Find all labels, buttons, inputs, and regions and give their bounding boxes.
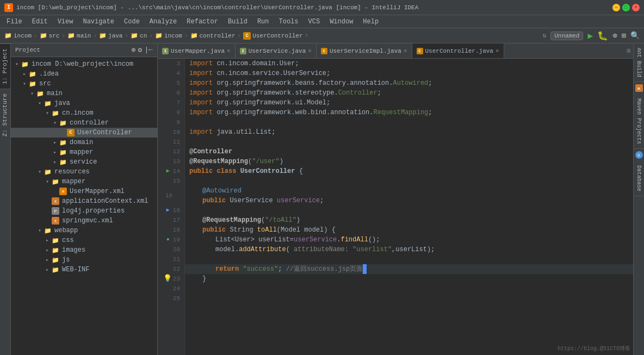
xml-icon-springmvc: X [51, 216, 60, 225]
tree-item-webapp[interactable]: ▾ 📁 webapp [11, 226, 157, 235]
tree-item-incom[interactable]: ▾ 📁 incom D:\web_project\incom [11, 59, 157, 69]
tab-close-userservice[interactable]: × [308, 48, 312, 54]
gutter-line-15: 15 [158, 176, 184, 186]
minimize-button[interactable]: − [612, 4, 620, 11]
tab-userservice[interactable]: I UserService.java × [236, 43, 317, 58]
folder-icon-main: 📁 [36, 89, 45, 98]
menu-item-help[interactable]: Help [358, 17, 383, 27]
menu-item-build[interactable]: Build [224, 17, 252, 27]
right-tab-database[interactable]: Database [634, 161, 643, 196]
tree-item-usercontroller[interactable]: C UserController [11, 128, 157, 138]
tree-item-mapper[interactable]: ▸ 📁 mapper [11, 147, 157, 157]
sync-button[interactable]: ⊕ [132, 46, 136, 54]
tab-list-button[interactable]: ≡ [627, 47, 631, 55]
bc-item-incom2[interactable]: 📁 incom [155, 32, 182, 39]
code-content[interactable]: import cn.incom.domain.User; import cn.i… [185, 59, 633, 355]
search-button[interactable]: 🔍 [630, 31, 640, 40]
bc-item-java[interactable]: 📁 java [99, 32, 122, 39]
tab-usermapper[interactable]: I UserMapper.java × [158, 43, 236, 58]
tree-item-images[interactable]: ▸ 📁 images [11, 245, 157, 255]
bc-item-cn[interactable]: 📁 cn [131, 32, 147, 39]
menu-item-tools[interactable]: Tools [275, 17, 303, 27]
code-lines: import cn.incom.domain.User; import cn.i… [185, 59, 633, 294]
gutter-line-16-field: ▶ 16 [158, 205, 184, 215]
tree-item-src[interactable]: ▾ 📁 src [11, 79, 157, 89]
tree-arrow-java: ▾ [36, 100, 44, 107]
tree-item-usermapper-xml[interactable]: M UserMapper.xml [11, 186, 157, 196]
bc-item-controller[interactable]: 📁 controller [190, 32, 236, 39]
maven-icon[interactable]: m [635, 84, 643, 92]
code-line-19: public String toAll(Model model) { [185, 225, 633, 235]
menu-item-navigate[interactable]: Navigate [78, 17, 119, 27]
tree-item-log4j[interactable]: P log4j.properties [11, 206, 157, 216]
right-tab-ant-build[interactable]: Ant Build [634, 43, 643, 82]
tree-item-domain[interactable]: ▸ 📁 domain [11, 138, 157, 147]
bc-item-src[interactable]: 📁 src [40, 32, 60, 39]
sidebar-tab-project[interactable]: 1: Project [0, 43, 10, 89]
tree-item-java[interactable]: ▾ 📁 java [11, 98, 157, 108]
tree-item-js[interactable]: ▸ 📁 js [11, 255, 157, 265]
code-line-12: @Controller [185, 147, 633, 157]
menu-item-window[interactable]: Window [325, 17, 357, 27]
more-button[interactable]: ⊞ [622, 31, 626, 40]
tree-label-cn-incom: cn.incom [62, 109, 94, 117]
tree-item-mapper-res[interactable]: ▾ 📁 mapper [11, 177, 157, 186]
tree-arrow-domain: ▸ [51, 139, 59, 146]
tree-item-service[interactable]: ▸ 📁 service [11, 157, 157, 167]
tab-close-usercontroller[interactable]: × [496, 48, 499, 54]
tree-arrow-controller: ▾ [51, 120, 59, 126]
tree-label-log4j: log4j.properties [62, 207, 125, 215]
tree-label-resources: resources [54, 168, 90, 176]
menu-item-analyze[interactable]: Analyze [145, 17, 181, 27]
tree-item-resources[interactable]: ▾ 📁 resources [11, 167, 157, 177]
folder-icon-images: 📁 [51, 246, 60, 254]
tree-item-webinf[interactable]: ▸ 📁 WEB-INF [11, 265, 157, 275]
tree-item-idea[interactable]: ▸ 📁 .idea [11, 69, 157, 79]
tab-label-userservice: UserService.java [249, 48, 306, 54]
tree-label-webinf: WEB-INF [62, 266, 89, 273]
settings-button[interactable]: ⚙ [138, 46, 143, 54]
tree-item-appcontext[interactable]: X applicationContext.xml [11, 196, 157, 206]
bc-item-usercontroller[interactable]: C UserController [243, 32, 302, 40]
maximize-button[interactable]: □ [622, 4, 630, 11]
bc-item-incom[interactable]: 📁 incom [4, 32, 32, 39]
tab-close-usermapper[interactable]: × [227, 48, 231, 54]
tab-userserviceimpl[interactable]: C UserServiceImpl.java × [317, 43, 412, 58]
coverage-button[interactable]: ⊗ [612, 31, 617, 40]
code-line-5: import org.springframework.beans.factory… [185, 78, 633, 88]
tab-usercontroller[interactable]: C UserController.java × [412, 43, 504, 58]
tree-label-domain: domain [70, 139, 93, 146]
database-icon[interactable]: D [635, 151, 643, 159]
bc-item-main[interactable]: 📁 main [67, 32, 91, 39]
hint-icon-23: 💡 [163, 274, 172, 284]
menu-item-run[interactable]: Run [253, 17, 274, 27]
vcs-icon[interactable]: ⇅ [542, 32, 546, 40]
run-button[interactable]: ▶ [587, 30, 593, 41]
menu-item-file[interactable]: File [2, 17, 27, 27]
tab-label-usermapper: UserMapper.java [171, 48, 225, 54]
menu-item-view[interactable]: View [53, 17, 78, 27]
close-button[interactable]: × [632, 4, 640, 11]
menu-bar: FileEditViewNavigateCodeAnalyzeRefactorB… [0, 15, 644, 28]
tab-close-userserviceimpl[interactable]: × [404, 48, 407, 54]
pin-button[interactable]: |← [144, 46, 153, 54]
menu-item-edit[interactable]: Edit [28, 17, 52, 27]
branch-selector[interactable]: Unnamed [550, 32, 583, 40]
code-line-20: List<User> userList=userService.findAll(… [185, 235, 633, 245]
right-tab-maven[interactable]: Maven Projects [634, 94, 643, 149]
tree-item-main[interactable]: ▾ 📁 main [11, 89, 157, 98]
tree-item-springmvc[interactable]: X springmvc.xml [11, 216, 157, 226]
tree-item-css[interactable]: ▸ 📁 css [11, 235, 157, 245]
menu-item-vcs[interactable]: VCS [304, 17, 325, 27]
tree-item-cn-incom[interactable]: ▾ 📁 cn.incom [11, 108, 157, 118]
menu-item-code[interactable]: Code [120, 17, 144, 27]
menu-item-refactor[interactable]: Refactor [182, 17, 222, 27]
gutter-line-8: 8 [158, 108, 184, 117]
code-line-16a: @Autowired [185, 186, 633, 196]
sidebar-tab-structure[interactable]: Z: Structure [0, 89, 10, 141]
tree-item-controller[interactable]: ▾ 📁 controller [11, 118, 157, 128]
folder-icon-controller: 📁 [59, 119, 67, 127]
debug-button[interactable]: 🐛 [597, 30, 608, 41]
tree-label-usercontroller: UserController [77, 129, 132, 136]
folder-icon-domain: 📁 [59, 138, 67, 147]
